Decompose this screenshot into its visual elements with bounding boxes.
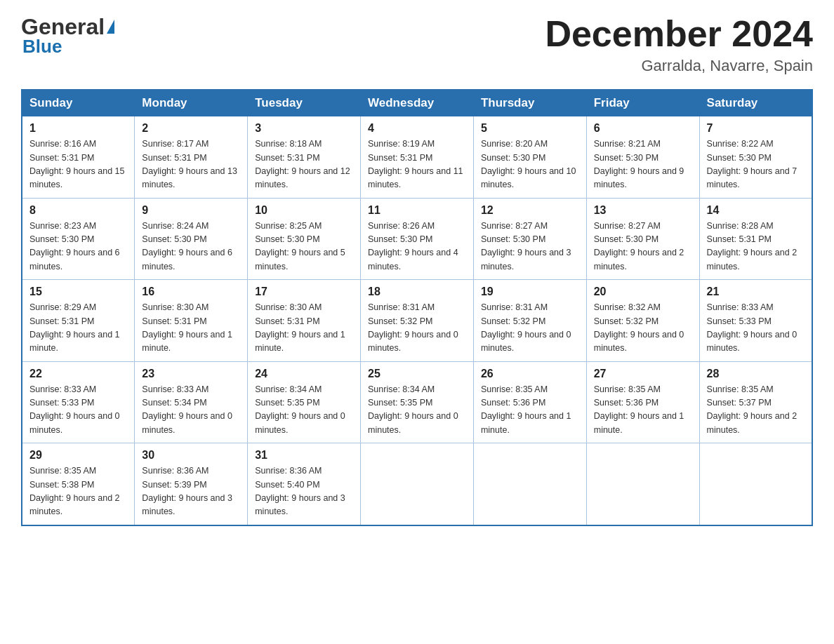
day-number: 25: [368, 368, 466, 380]
day-number: 12: [481, 204, 579, 217]
day-info: Sunrise: 8:20 AMSunset: 5:30 PMDaylight:…: [481, 137, 579, 192]
calendar-day-cell: 10Sunrise: 8:25 AMSunset: 5:30 PMDayligh…: [248, 198, 361, 280]
day-info: Sunrise: 8:16 AMSunset: 5:31 PMDaylight:…: [29, 137, 127, 192]
calendar-day-cell: 5Sunrise: 8:20 AMSunset: 5:30 PMDaylight…: [473, 116, 586, 199]
day-info: Sunrise: 8:24 AMSunset: 5:30 PMDaylight:…: [142, 220, 240, 274]
calendar-day-cell: [699, 443, 812, 525]
day-info: Sunrise: 8:21 AMSunset: 5:30 PMDaylight:…: [594, 137, 692, 192]
calendar-day-cell: 27Sunrise: 8:35 AMSunset: 5:36 PMDayligh…: [586, 361, 699, 443]
day-number: 18: [368, 286, 466, 298]
calendar-day-cell: 15Sunrise: 8:29 AMSunset: 5:31 PMDayligh…: [22, 280, 135, 362]
day-number: 11: [368, 204, 466, 217]
day-info: Sunrise: 8:28 AMSunset: 5:31 PMDaylight:…: [707, 220, 805, 274]
month-title: December 2024: [545, 14, 813, 54]
day-header-saturday: Saturday: [699, 90, 812, 116]
day-header-wednesday: Wednesday: [361, 90, 474, 116]
calendar-day-cell: 6Sunrise: 8:21 AMSunset: 5:30 PMDaylight…: [586, 116, 699, 199]
calendar-day-cell: 31Sunrise: 8:36 AMSunset: 5:40 PMDayligh…: [248, 443, 361, 525]
day-info: Sunrise: 8:25 AMSunset: 5:30 PMDaylight:…: [255, 220, 353, 274]
day-info: Sunrise: 8:35 AMSunset: 5:37 PMDaylight:…: [707, 383, 805, 438]
calendar-day-cell: 1Sunrise: 8:16 AMSunset: 5:31 PMDaylight…: [22, 116, 135, 199]
calendar-day-cell: 20Sunrise: 8:32 AMSunset: 5:32 PMDayligh…: [586, 280, 699, 362]
day-info: Sunrise: 8:34 AMSunset: 5:35 PMDaylight:…: [368, 383, 466, 438]
day-info: Sunrise: 8:31 AMSunset: 5:32 PMDaylight:…: [481, 301, 579, 356]
page-header: General Blue December 2024 Garralda, Nav…: [21, 14, 813, 75]
calendar-day-cell: 13Sunrise: 8:27 AMSunset: 5:30 PMDayligh…: [586, 198, 699, 280]
day-info: Sunrise: 8:17 AMSunset: 5:31 PMDaylight:…: [142, 137, 240, 192]
day-number: 22: [29, 368, 127, 380]
day-number: 27: [594, 368, 692, 380]
day-info: Sunrise: 8:35 AMSunset: 5:38 PMDaylight:…: [29, 464, 127, 519]
day-number: 2: [142, 122, 240, 135]
day-info: Sunrise: 8:33 AMSunset: 5:33 PMDaylight:…: [707, 301, 805, 356]
day-number: 28: [707, 368, 805, 380]
day-info: Sunrise: 8:27 AMSunset: 5:30 PMDaylight:…: [481, 220, 579, 274]
day-number: 26: [481, 368, 579, 380]
calendar-day-cell: 30Sunrise: 8:36 AMSunset: 5:39 PMDayligh…: [135, 443, 248, 525]
calendar-day-cell: 14Sunrise: 8:28 AMSunset: 5:31 PMDayligh…: [699, 198, 812, 280]
day-info: Sunrise: 8:27 AMSunset: 5:30 PMDaylight:…: [594, 220, 692, 274]
calendar-day-cell: [473, 443, 586, 525]
calendar-day-cell: 29Sunrise: 8:35 AMSunset: 5:38 PMDayligh…: [22, 443, 135, 525]
calendar-day-cell: 19Sunrise: 8:31 AMSunset: 5:32 PMDayligh…: [473, 280, 586, 362]
calendar-day-cell: 3Sunrise: 8:18 AMSunset: 5:31 PMDaylight…: [248, 116, 361, 199]
calendar-day-cell: [586, 443, 699, 525]
day-number: 21: [707, 286, 805, 298]
location-subtitle: Garralda, Navarre, Spain: [545, 57, 813, 75]
calendar-day-cell: 4Sunrise: 8:19 AMSunset: 5:31 PMDaylight…: [361, 116, 474, 199]
day-header-sunday: Sunday: [22, 90, 135, 116]
calendar-day-cell: 28Sunrise: 8:35 AMSunset: 5:37 PMDayligh…: [699, 361, 812, 443]
day-number: 29: [29, 449, 127, 462]
day-info: Sunrise: 8:31 AMSunset: 5:32 PMDaylight:…: [368, 301, 466, 356]
day-info: Sunrise: 8:23 AMSunset: 5:30 PMDaylight:…: [29, 220, 127, 274]
calendar-day-cell: 22Sunrise: 8:33 AMSunset: 5:33 PMDayligh…: [22, 361, 135, 443]
calendar-day-cell: 7Sunrise: 8:22 AMSunset: 5:30 PMDaylight…: [699, 116, 812, 199]
day-info: Sunrise: 8:33 AMSunset: 5:33 PMDaylight:…: [29, 383, 127, 438]
day-header-tuesday: Tuesday: [248, 90, 361, 116]
calendar-day-cell: 12Sunrise: 8:27 AMSunset: 5:30 PMDayligh…: [473, 198, 586, 280]
calendar-day-cell: 16Sunrise: 8:30 AMSunset: 5:31 PMDayligh…: [135, 280, 248, 362]
calendar-title-area: December 2024 Garralda, Navarre, Spain: [545, 14, 813, 75]
day-info: Sunrise: 8:32 AMSunset: 5:32 PMDaylight:…: [594, 301, 692, 356]
day-number: 4: [368, 122, 466, 135]
day-info: Sunrise: 8:34 AMSunset: 5:35 PMDaylight:…: [255, 383, 353, 438]
day-info: Sunrise: 8:35 AMSunset: 5:36 PMDaylight:…: [481, 383, 579, 438]
day-number: 8: [29, 204, 127, 217]
day-number: 15: [29, 286, 127, 298]
calendar-day-cell: 23Sunrise: 8:33 AMSunset: 5:34 PMDayligh…: [135, 361, 248, 443]
day-info: Sunrise: 8:29 AMSunset: 5:31 PMDaylight:…: [29, 301, 127, 356]
day-header-thursday: Thursday: [473, 90, 586, 116]
calendar-week-row: 29Sunrise: 8:35 AMSunset: 5:38 PMDayligh…: [22, 443, 812, 525]
day-number: 6: [594, 122, 692, 135]
calendar-day-cell: 18Sunrise: 8:31 AMSunset: 5:32 PMDayligh…: [361, 280, 474, 362]
logo-triangle-icon: [107, 20, 114, 34]
day-info: Sunrise: 8:26 AMSunset: 5:30 PMDaylight:…: [368, 220, 466, 274]
calendar-week-row: 1Sunrise: 8:16 AMSunset: 5:31 PMDaylight…: [22, 116, 812, 199]
day-number: 24: [255, 368, 353, 380]
day-info: Sunrise: 8:36 AMSunset: 5:39 PMDaylight:…: [142, 464, 240, 519]
day-number: 1: [29, 122, 127, 135]
day-info: Sunrise: 8:36 AMSunset: 5:40 PMDaylight:…: [255, 464, 353, 519]
logo-blue-text: Blue: [21, 36, 62, 58]
day-info: Sunrise: 8:33 AMSunset: 5:34 PMDaylight:…: [142, 383, 240, 438]
day-info: Sunrise: 8:35 AMSunset: 5:36 PMDaylight:…: [594, 383, 692, 438]
calendar-day-cell: 24Sunrise: 8:34 AMSunset: 5:35 PMDayligh…: [248, 361, 361, 443]
day-number: 16: [142, 286, 240, 298]
day-number: 20: [594, 286, 692, 298]
calendar-day-cell: 21Sunrise: 8:33 AMSunset: 5:33 PMDayligh…: [699, 280, 812, 362]
day-number: 7: [707, 122, 805, 135]
calendar-day-cell: [361, 443, 474, 525]
calendar-week-row: 8Sunrise: 8:23 AMSunset: 5:30 PMDaylight…: [22, 198, 812, 280]
day-info: Sunrise: 8:19 AMSunset: 5:31 PMDaylight:…: [368, 137, 466, 192]
calendar-header: SundayMondayTuesdayWednesdayThursdayFrid…: [22, 90, 812, 116]
day-number: 30: [142, 449, 240, 462]
day-number: 19: [481, 286, 579, 298]
day-number: 23: [142, 368, 240, 380]
day-number: 9: [142, 204, 240, 217]
calendar-day-cell: 26Sunrise: 8:35 AMSunset: 5:36 PMDayligh…: [473, 361, 586, 443]
day-header-friday: Friday: [586, 90, 699, 116]
day-number: 17: [255, 286, 353, 298]
day-number: 10: [255, 204, 353, 217]
day-info: Sunrise: 8:18 AMSunset: 5:31 PMDaylight:…: [255, 137, 353, 192]
logo: General Blue: [21, 14, 114, 58]
